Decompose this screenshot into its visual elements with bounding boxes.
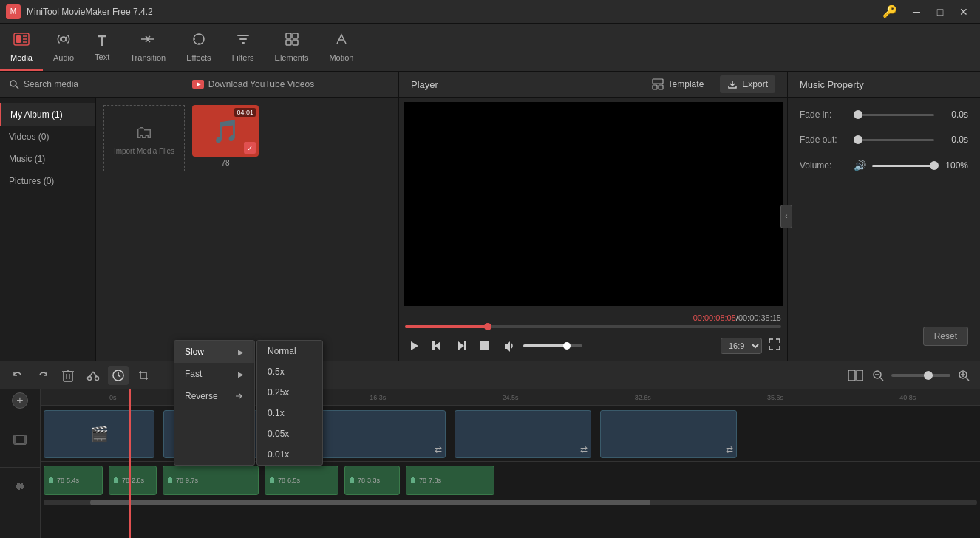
sidebar-item-pictures[interactable]: Pictures (0) — [0, 170, 95, 192]
zoom-controls — [847, 367, 973, 384]
toggle-split-view[interactable] — [847, 367, 865, 384]
stop-button[interactable] — [476, 337, 494, 355]
audio-clip-5[interactable]: 78 3.3s — [344, 466, 400, 495]
speed-fast-item[interactable]: Fast ▶ — [174, 363, 254, 385]
0.01x-label: 0.01x — [268, 449, 289, 460]
toolbar-audio[interactable]: Audio — [43, 24, 84, 71]
fade-in-label: Fade in: — [800, 109, 848, 120]
time-total: 00:00:35:15 — [738, 313, 781, 322]
fade-out-label: Fade out: — [800, 134, 848, 145]
toolbar-elements-label: Elements — [275, 53, 309, 62]
submenu-0.5x[interactable]: 0.5x — [257, 361, 322, 382]
cut-button[interactable] — [83, 366, 103, 385]
template-icon — [652, 78, 664, 90]
time-display: 00:00:08:05 / 00:00:35:15 — [405, 313, 781, 322]
elements-icon — [285, 32, 299, 50]
svg-marker-24 — [458, 341, 464, 350]
svg-rect-46 — [14, 435, 16, 444]
search-media-button[interactable]: Search media — [0, 72, 183, 97]
audio-clip-3[interactable]: 78 9.7s — [163, 466, 259, 495]
submenu-0.01x[interactable]: 0.01x — [257, 444, 322, 465]
toolbar-effects[interactable]: Effects — [176, 24, 221, 71]
toolbar-elements[interactable]: Elements — [265, 24, 319, 71]
ruler-24s: 24.5s — [444, 394, 576, 401]
submenu-0.05x[interactable]: 0.05x — [257, 423, 322, 444]
submenu-0.25x[interactable]: 0.25x — [257, 382, 322, 403]
fade-out-slider[interactable] — [854, 139, 934, 141]
ruler-35s: 35.6s — [709, 394, 841, 401]
media-duration: 04:01 — [234, 108, 256, 117]
fullscreen-button[interactable] — [768, 338, 781, 354]
import-media-box[interactable]: 🗂 Import Media Files — [103, 105, 185, 171]
media-item-music[interactable]: 🎵 04:01 ✓ 78 — [192, 105, 259, 171]
toolbar-transition[interactable]: Transition — [120, 24, 176, 71]
toolbar-text[interactable]: T Text — [84, 24, 120, 71]
toolbar-filters-label: Filters — [232, 53, 254, 62]
zoom-slider[interactable] — [891, 374, 950, 377]
audio-clip-4[interactable]: 78 6.5s — [265, 466, 338, 495]
volume-thumb — [563, 342, 571, 350]
toolbar-effects-label: Effects — [186, 53, 211, 62]
export-button[interactable]: Export — [720, 75, 775, 93]
fade-in-slider[interactable] — [854, 114, 934, 116]
timeline-scrollbar[interactable] — [44, 500, 977, 505]
maximize-button[interactable]: □ — [930, 4, 950, 20]
zoom-out-button[interactable] — [869, 367, 887, 384]
media-grid: 🗂 Import Media Files 🎵 04:01 ✓ 78 — [96, 98, 398, 361]
redo-button[interactable] — [33, 366, 53, 385]
sidebar-item-videos[interactable]: Videos (0) — [0, 126, 95, 148]
close-button[interactable]: ✕ — [953, 4, 974, 20]
reset-button[interactable]: Reset — [923, 327, 968, 346]
svg-rect-20 — [659, 85, 663, 89]
svg-line-39 — [880, 378, 883, 381]
next-frame-button[interactable] — [452, 337, 470, 355]
player-progress-bar[interactable] — [405, 325, 781, 328]
aspect-ratio-select[interactable]: 16:9 4:3 1:1 9:16 — [721, 338, 762, 354]
crop-button[interactable] — [133, 366, 154, 385]
speed-button[interactable] — [108, 366, 129, 385]
toolbar-motion[interactable]: Motion — [319, 24, 364, 71]
svg-rect-47 — [24, 435, 26, 444]
audio-track-icon — [13, 480, 27, 493]
add-track-button[interactable]: + — [12, 392, 28, 409]
submenu-0.1x[interactable]: 0.1x — [257, 403, 322, 423]
video-clip-3[interactable]: ⇄ — [309, 410, 446, 458]
speed-reverse-item[interactable]: Reverse — [174, 385, 254, 407]
audio-label-6: 78 7.8s — [409, 477, 441, 484]
submenu-normal[interactable]: Normal — [257, 341, 322, 361]
video-clip-4[interactable]: ⇄ — [455, 410, 591, 458]
delete-button[interactable] — [58, 366, 78, 385]
audio-clip-1[interactable]: 78 5.4s — [44, 466, 103, 495]
volume-slider[interactable] — [523, 344, 582, 347]
sidebar-item-music[interactable]: Music (1) — [0, 148, 95, 170]
minimize-button[interactable]: ─ — [906, 4, 927, 20]
volume-property-slider[interactable] — [872, 165, 934, 167]
mute-button[interactable] — [500, 337, 517, 355]
zoom-in-button[interactable] — [955, 367, 973, 384]
audio-label-1: 78 5.4s — [47, 477, 79, 484]
audio-clip-2[interactable]: 78 2.8s — [109, 466, 157, 495]
template-button[interactable]: Template — [644, 75, 712, 93]
video-clip-1[interactable]: 🎬 — [44, 410, 154, 458]
toolbar-filters[interactable]: Filters — [222, 24, 265, 71]
svg-point-5 — [61, 37, 66, 41]
toolbar-text-label: Text — [95, 52, 109, 61]
fade-out-value: 0.0s — [940, 134, 968, 145]
volume-icon: 🔊 — [854, 160, 866, 171]
prev-frame-button[interactable] — [429, 337, 446, 355]
audio-clip-6[interactable]: 78 7.8s — [406, 466, 494, 495]
search-media-label: Search media — [24, 79, 78, 89]
svg-point-6 — [194, 34, 204, 44]
toolbar-media[interactable]: Media — [0, 24, 43, 71]
fade-out-row: Fade out: 0.0s — [800, 134, 968, 145]
panel-toggle-button[interactable]: ‹ — [780, 205, 792, 228]
undo-button[interactable] — [7, 366, 28, 385]
play-button[interactable] — [405, 337, 423, 355]
audio-clip-num-2: 78 — [122, 477, 129, 484]
speed-slow-item[interactable]: Slow ▶ — [174, 341, 254, 363]
download-youtube-button[interactable]: Download YouTube Videos — [183, 72, 398, 97]
player-header-right: Template Export — [644, 75, 775, 93]
svg-rect-13 — [293, 40, 298, 45]
video-clip-5[interactable]: ⇄ — [600, 410, 737, 458]
sidebar-item-myalbum[interactable]: My Album (1) — [0, 103, 95, 126]
